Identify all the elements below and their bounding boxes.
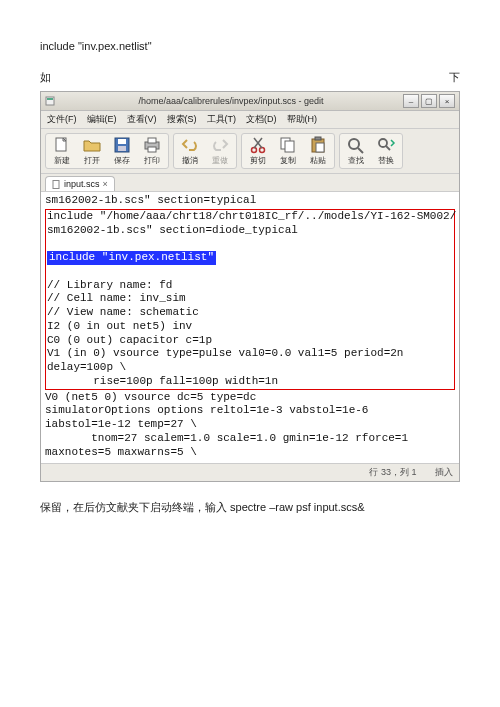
gedit-window: /home/aaa/calibrerules/invpex/input.scs … <box>40 91 460 482</box>
code-line: sm162002-1b.scs" section=typical <box>45 194 455 208</box>
menu-search[interactable]: 搜索(S) <box>167 113 197 126</box>
menu-edit[interactable]: 编辑(E) <box>87 113 117 126</box>
code-line: iabstol=1e-12 temp=27 \ <box>45 418 455 432</box>
new-file-icon <box>52 136 72 154</box>
title-bar: /home/aaa/calibrerules/invpex/input.scs … <box>41 92 459 111</box>
undo-button[interactable]: 撤消 <box>176 136 204 166</box>
highlighted-block: include "/home/aaa/chrt18/chrt018IC_rf/.… <box>45 209 455 390</box>
svg-rect-8 <box>148 138 156 143</box>
menu-bar: 文件(F) 编辑(E) 查看(V) 搜索(S) 工具(T) 文档(D) 帮助(H… <box>41 111 459 129</box>
closing-text: 保留，在后仿文献夹下启动终端，输入 spectre –raw psf input… <box>40 500 460 515</box>
cut-icon <box>248 136 268 154</box>
text-editor[interactable]: sm162002-1b.scs" section=typicalinclude … <box>41 192 459 463</box>
svg-rect-5 <box>118 139 126 144</box>
code-line: V0 (net5 0) vsource dc=5 type=dc <box>45 391 455 405</box>
close-button[interactable]: × <box>439 94 455 108</box>
tab-close-icon[interactable]: × <box>103 179 108 189</box>
svg-rect-9 <box>148 147 156 152</box>
window-title: /home/aaa/calibrerules/invpex/input.scs … <box>59 96 403 106</box>
redo-icon <box>210 136 230 154</box>
svg-point-21 <box>379 139 387 147</box>
redo-button[interactable]: 重做 <box>206 136 234 166</box>
svg-point-19 <box>349 139 359 149</box>
tab-bar: input.scs × <box>41 174 459 192</box>
code-line: maxnotes=5 maxwarns=5 \ <box>45 446 455 460</box>
menu-view[interactable]: 查看(V) <box>127 113 157 126</box>
paste-icon <box>308 136 328 154</box>
print-icon <box>142 136 162 154</box>
selected-text: include "inv.pex.netlist" <box>47 251 216 265</box>
code-line: // Library name: fd <box>47 279 453 293</box>
svg-rect-17 <box>315 137 321 140</box>
status-insert-mode: 插入 <box>435 467 453 477</box>
save-icon <box>112 136 132 154</box>
svg-rect-15 <box>285 141 294 152</box>
svg-rect-18 <box>316 143 324 152</box>
save-button[interactable]: 保存 <box>108 136 136 166</box>
cut-button[interactable]: 剪切 <box>244 136 272 166</box>
svg-rect-23 <box>53 180 59 188</box>
status-line-col: 行 33，列 1 <box>369 467 416 477</box>
menu-help[interactable]: 帮助(H) <box>287 113 318 126</box>
find-button[interactable]: 查找 <box>342 136 370 166</box>
svg-rect-1 <box>47 98 53 100</box>
code-line: I2 (0 in out net5) inv <box>47 320 453 334</box>
code-blank <box>47 265 453 279</box>
open-folder-icon <box>82 136 102 154</box>
caption-right: 下 <box>449 70 460 85</box>
code-line: // Cell name: inv_sim <box>47 292 453 306</box>
status-bar: 行 33，列 1 插入 <box>41 463 459 481</box>
code-line: delay=100p \ <box>47 361 453 375</box>
app-icon <box>45 96 55 106</box>
copy-button[interactable]: 复制 <box>274 136 302 166</box>
toolbar: 新建 打开 保存 打印 撤消 重做 <box>41 129 459 174</box>
svg-point-11 <box>260 148 265 153</box>
code-line: C0 (0 out) capacitor c=1p <box>47 334 453 348</box>
code-line: include "inv.pex.netlist" <box>47 251 453 265</box>
paste-button[interactable]: 粘贴 <box>304 136 332 166</box>
svg-line-20 <box>358 148 363 153</box>
find-icon <box>346 136 366 154</box>
replace-button[interactable]: 替换 <box>372 136 400 166</box>
code-line: V1 (in 0) vsource type=pulse val0=0.0 va… <box>47 347 453 361</box>
code-line: tnom=27 scalem=1.0 scale=1.0 gmin=1e-12 … <box>45 432 455 446</box>
svg-point-10 <box>252 148 257 153</box>
maximize-button[interactable]: ▢ <box>421 94 437 108</box>
replace-icon <box>376 136 396 154</box>
code-line: sm162002-1b.scs" section=diode_typical <box>47 224 453 238</box>
print-button[interactable]: 打印 <box>138 136 166 166</box>
menu-tools[interactable]: 工具(T) <box>207 113 237 126</box>
new-button[interactable]: 新建 <box>48 136 76 166</box>
document-icon <box>52 180 61 189</box>
svg-line-22 <box>386 146 390 150</box>
intro-text: include "inv.pex.netlist" <box>40 40 460 52</box>
copy-icon <box>278 136 298 154</box>
code-blank <box>47 237 453 251</box>
tab-label: input.scs <box>64 179 100 189</box>
menu-docs[interactable]: 文档(D) <box>246 113 277 126</box>
code-line: simulatorOptions options reltol=1e-3 vab… <box>45 404 455 418</box>
code-line: rise=100p fall=100p width=1n <box>47 375 453 389</box>
tab-input-scs[interactable]: input.scs × <box>45 176 115 191</box>
undo-icon <box>180 136 200 154</box>
minimize-button[interactable]: – <box>403 94 419 108</box>
code-line: include "/home/aaa/chrt18/chrt018IC_rf/.… <box>47 210 453 224</box>
open-button[interactable]: 打开 <box>78 136 106 166</box>
caption-left: 如 <box>40 70 51 85</box>
menu-file[interactable]: 文件(F) <box>47 113 77 126</box>
svg-rect-6 <box>118 146 126 151</box>
code-line: // View name: schematic <box>47 306 453 320</box>
